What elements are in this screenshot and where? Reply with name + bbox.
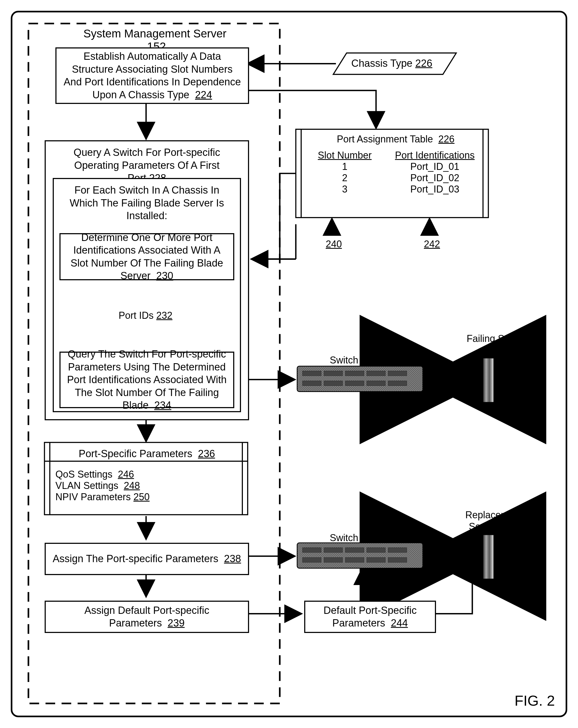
vlan-ref: 248 xyxy=(124,480,140,491)
svg-rect-25 xyxy=(324,381,343,386)
svg-rect-38 xyxy=(366,557,385,563)
col2-header: Port Identifications xyxy=(384,150,486,161)
svg-rect-32 xyxy=(345,548,364,552)
loop-header-text: For Each Switch In A Chassis In Which Th… xyxy=(59,184,235,223)
svg-rect-18 xyxy=(297,366,423,391)
svg-rect-40 xyxy=(483,358,494,402)
svg-rect-26 xyxy=(345,381,364,386)
port-specific-parameters-header: Port-Specific Parameters 236 xyxy=(54,448,240,460)
svg-rect-31 xyxy=(324,548,343,552)
replacement-server-graphic xyxy=(483,535,494,579)
svg-rect-36 xyxy=(324,557,343,563)
box-230-text: Determine One Or More Port Identificatio… xyxy=(71,232,223,282)
svg-rect-35 xyxy=(303,557,322,563)
s218-ref: 218 xyxy=(361,532,377,543)
replacement-ref: 114 xyxy=(503,521,519,532)
figure-label: FIG. 2 xyxy=(515,692,555,709)
port-table-ref: 226 xyxy=(438,133,455,145)
npiv-ref: 250 xyxy=(133,491,149,502)
svg-rect-30 xyxy=(303,548,322,552)
s219-ref: 219 xyxy=(361,355,377,366)
failing-server-graphic xyxy=(483,358,494,402)
svg-rect-29 xyxy=(297,543,423,568)
port-ids-label: Port IDs 232 xyxy=(119,310,172,321)
box-assign-port-params: Assign The Port-specific Parameters 238 xyxy=(45,543,249,575)
failing-ref: 108 xyxy=(489,345,504,356)
svg-rect-21 xyxy=(345,371,364,376)
ref-242: 242 xyxy=(424,238,440,250)
npiv-text: NPIV Parameters xyxy=(55,491,131,502)
switch-219-graphic xyxy=(297,366,423,391)
b238-ref: 238 xyxy=(224,553,241,564)
params-list: QoS Settings 246 VLAN Settings 248 NPIV … xyxy=(55,469,149,503)
diagram-canvas: System Management Server 152 Establish A… xyxy=(11,11,567,717)
failing-server-label: Failing Server108 xyxy=(462,333,531,356)
row1-slot: 1 xyxy=(306,161,384,172)
row1-port: Port_ID_01 xyxy=(384,161,486,172)
qos-text: QoS Settings xyxy=(55,469,112,480)
qos-ref: 246 xyxy=(118,469,134,480)
svg-rect-27 xyxy=(366,381,385,386)
svg-rect-28 xyxy=(388,381,407,386)
box-224-text: Establish Automatically A Data Structure… xyxy=(63,51,241,100)
box-230-ref: 230 xyxy=(156,270,173,281)
switch-218-graphic xyxy=(297,543,423,568)
svg-rect-37 xyxy=(345,557,364,563)
s219-text: Switch xyxy=(330,355,358,366)
svg-rect-19 xyxy=(303,371,322,376)
box-224-ref: 224 xyxy=(195,89,212,100)
port-table-title: Port Assignment Table xyxy=(337,133,433,145)
box-establish-data-structure: Establish Automatically A Data Structure… xyxy=(55,47,249,104)
svg-rect-39 xyxy=(388,557,407,563)
svg-rect-41 xyxy=(483,535,494,579)
port-ids-text: Port IDs xyxy=(119,310,154,321)
svg-rect-23 xyxy=(388,371,407,376)
box-default-port-params: Default Port-Specific Parameters 244 xyxy=(304,601,436,633)
box-234-ref: 234 xyxy=(154,399,171,411)
row3-slot: 3 xyxy=(306,184,384,195)
box-assign-default-params: Assign Default Port-specific Parameters … xyxy=(45,601,249,633)
box-234-text: Query The Switch For Port-specific Param… xyxy=(67,348,227,411)
switch-218-label: Switch 218 xyxy=(330,532,377,544)
b239-text: Assign Default Port-specific Parameters xyxy=(84,605,210,629)
b236-ref: 236 xyxy=(198,448,215,459)
svg-rect-24 xyxy=(303,381,322,386)
server-title-text: System Management Server xyxy=(83,27,226,40)
row2-port: Port_ID_02 xyxy=(384,172,486,184)
row3-port: Port_ID_03 xyxy=(384,184,486,195)
ref-240: 240 xyxy=(326,238,342,250)
switch-219-label: Switch 219 xyxy=(330,354,377,366)
svg-rect-20 xyxy=(324,371,343,376)
col1-header: Slot Number xyxy=(306,150,384,161)
b238-text: Assign The Port-specific Parameters xyxy=(53,553,218,564)
port-ids-ref: 232 xyxy=(156,310,172,321)
svg-rect-33 xyxy=(366,548,385,552)
replacement-server-label: Replacement Server 114 xyxy=(453,509,534,532)
svg-rect-22 xyxy=(366,371,385,376)
chassis-type-text: Chassis Type xyxy=(351,58,412,69)
vlan-text: VLAN Settings xyxy=(55,480,118,491)
failing-text: Failing Server xyxy=(467,333,526,344)
chassis-type-label: Chassis Type 226 xyxy=(351,58,432,69)
row2-slot: 2 xyxy=(306,172,384,184)
b239-ref: 239 xyxy=(168,617,185,629)
box-query-switch-params: Query The Switch For Port-specific Param… xyxy=(59,352,234,408)
port-assignment-table: Port Assignment Table 226 Slot Number 1 … xyxy=(306,133,486,195)
box-determine-port-ids: Determine One Or More Port Identificatio… xyxy=(59,233,234,280)
b236-text: Port-Specific Parameters xyxy=(79,448,192,459)
chassis-type-ref: 226 xyxy=(415,58,432,69)
b244-ref: 244 xyxy=(391,617,408,629)
s218-text: Switch xyxy=(330,532,358,543)
svg-rect-34 xyxy=(388,548,407,552)
